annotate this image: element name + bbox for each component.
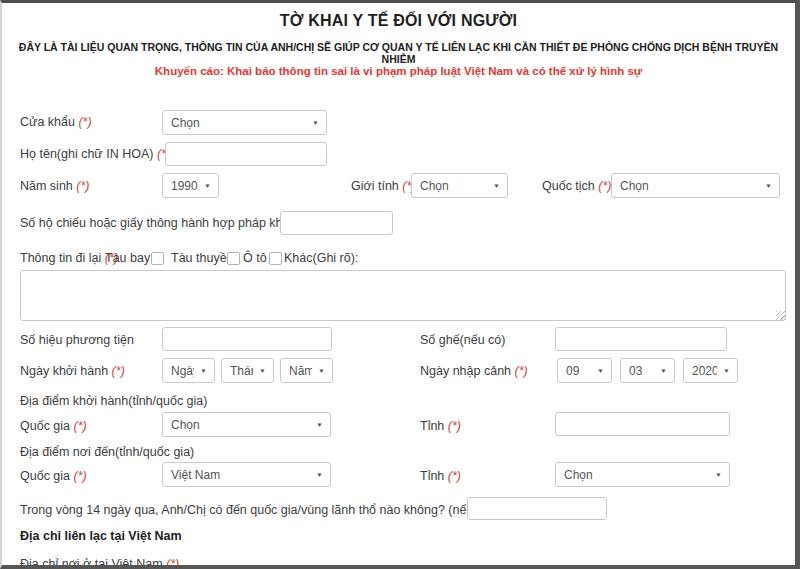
departure-day-select[interactable]: Ngày ▼ bbox=[162, 358, 215, 383]
entry-date-label-text: Ngày nhập cảnh bbox=[420, 364, 511, 378]
destination-place-section-label: Địa điểm nơi đến(tỉnh/quốc gia) bbox=[20, 444, 194, 460]
entry-month-select[interactable]: 03 ▼ bbox=[620, 358, 675, 383]
select-value: Ngày bbox=[171, 364, 194, 378]
destination-country-label-text: Quốc gia bbox=[20, 469, 70, 483]
select-value: Chọn bbox=[420, 179, 449, 193]
destination-province-select[interactable]: Chọn ▼ bbox=[555, 462, 730, 487]
chevron-down-icon: ▼ bbox=[759, 183, 772, 189]
travel-option-tau-thuyen-label: Tàu thuyền bbox=[171, 250, 234, 266]
chevron-down-icon: ▼ bbox=[717, 368, 730, 374]
destination-province-label-text: Tỉnh bbox=[420, 469, 444, 483]
gender-label: Giới tính (*) bbox=[351, 178, 415, 194]
chevron-down-icon: ▼ bbox=[253, 368, 266, 374]
required-mark: (*) bbox=[78, 115, 91, 129]
departure-province-input[interactable] bbox=[555, 412, 730, 436]
chevron-down-icon: ▼ bbox=[310, 472, 323, 478]
required-mark: (*) bbox=[112, 364, 125, 378]
departure-country-label-text: Quốc gia bbox=[20, 419, 70, 433]
destination-province-label: Tỉnh (*) bbox=[420, 468, 461, 484]
form-warning: Khuyến cáo: Khai báo thông tin sai là vi… bbox=[2, 65, 795, 77]
travel-other-textarea[interactable] bbox=[20, 270, 786, 321]
passport-label: Số hộ chiếu hoặc giấy thông hành hợp phá… bbox=[20, 215, 312, 231]
vehicle-number-input[interactable] bbox=[162, 327, 332, 351]
departure-country-select[interactable]: Chọn ▼ bbox=[162, 412, 331, 437]
travel-checkbox-tau-bay[interactable] bbox=[151, 252, 164, 265]
chevron-down-icon: ▼ bbox=[654, 368, 667, 374]
select-value: Chọn bbox=[171, 116, 200, 130]
select-value: Chọn bbox=[564, 468, 593, 482]
resize-grip-icon[interactable] bbox=[776, 311, 785, 320]
gender-select[interactable]: Chọn ▼ bbox=[411, 173, 508, 198]
chevron-down-icon: ▼ bbox=[487, 183, 500, 189]
destination-country-label: Quốc gia (*) bbox=[20, 468, 87, 484]
contact-section-title: Địa chỉ liên lạc tại Việt Nam bbox=[20, 528, 182, 544]
form-subtitle: ĐÂY LÀ TÀI LIỆU QUAN TRỌNG, THÔNG TIN CỦ… bbox=[2, 41, 795, 65]
full-name-label: Họ tên(ghi chữ IN HOA) (*) bbox=[20, 146, 170, 162]
chevron-down-icon: ▼ bbox=[198, 183, 211, 189]
select-value: Việt Nam bbox=[171, 468, 220, 482]
nationality-select[interactable]: Chọn ▼ bbox=[611, 173, 780, 198]
full-name-input[interactable] bbox=[165, 142, 327, 166]
travel-checkbox-tau-thuyen[interactable] bbox=[227, 252, 240, 265]
required-mark: (*) bbox=[74, 419, 87, 433]
travel-checkbox-o-to[interactable] bbox=[269, 252, 282, 265]
required-mark: (*) bbox=[598, 179, 611, 193]
birth-year-label-text: Năm sinh bbox=[20, 179, 73, 193]
gender-label-text: Giới tính bbox=[351, 179, 399, 193]
border-gate-label: Cửa khẩu (*) bbox=[20, 114, 92, 130]
chevron-down-icon: ▼ bbox=[312, 368, 325, 374]
birth-year-select[interactable]: 1990 ▼ bbox=[162, 173, 219, 198]
required-mark: (*) bbox=[166, 557, 179, 569]
departure-date-label: Ngày khởi hành (*) bbox=[20, 363, 125, 379]
select-value: Năm bbox=[289, 364, 312, 378]
travel-other-label: Khác(Ghi rõ): bbox=[284, 250, 358, 266]
select-value: Chọn bbox=[171, 418, 200, 432]
chevron-down-icon: ▼ bbox=[591, 368, 604, 374]
form-title: TỜ KHAI Y TẾ ĐỐI VỚI NGƯỜI bbox=[2, 12, 795, 30]
required-mark: (*) bbox=[448, 469, 461, 483]
residence-address-label: Địa chỉ nơi ở tại Việt Nam (*) bbox=[20, 556, 179, 569]
nationality-label: Quốc tịch (*) bbox=[542, 178, 612, 194]
departure-country-label: Quốc gia (*) bbox=[20, 418, 87, 434]
departure-year-select[interactable]: Năm ▼ bbox=[280, 358, 333, 383]
birth-year-label: Năm sinh (*) bbox=[20, 178, 89, 194]
residence-address-label-text: Địa chỉ nơi ở tại Việt Nam bbox=[20, 557, 163, 569]
departure-date-label-text: Ngày khởi hành bbox=[20, 364, 108, 378]
entry-date-label: Ngày nhập cảnh (*) bbox=[420, 363, 528, 379]
passport-input[interactable] bbox=[280, 211, 393, 235]
seat-number-label: Số ghế(nếu có) bbox=[420, 332, 505, 348]
entry-day-select[interactable]: 09 ▼ bbox=[557, 358, 612, 383]
border-gate-label-text: Cửa khẩu bbox=[20, 115, 75, 129]
entry-year-select[interactable]: 2020 ▼ bbox=[683, 358, 738, 383]
chevron-down-icon: ▼ bbox=[310, 422, 323, 428]
chevron-down-icon: ▼ bbox=[709, 472, 722, 478]
departure-month-select[interactable]: Thán ▼ bbox=[221, 358, 274, 383]
required-mark: (*) bbox=[76, 179, 89, 193]
recent-countries-label: Trong vòng 14 ngày qua, Anh/Chị có đến q… bbox=[20, 502, 529, 518]
passport-label-text: Số hộ chiếu hoặc giấy thông hành hợp phá… bbox=[20, 216, 296, 230]
required-mark: (*) bbox=[448, 419, 461, 433]
select-value: 1990 bbox=[171, 179, 198, 193]
departure-place-section-label: Địa điểm khởi hành(tỉnh/quốc gia) bbox=[20, 393, 207, 409]
departure-province-label: Tỉnh (*) bbox=[420, 418, 461, 434]
select-value: 03 bbox=[629, 364, 642, 378]
select-value: 09 bbox=[566, 364, 579, 378]
chevron-down-icon: ▼ bbox=[194, 368, 207, 374]
full-name-label-text: Họ tên(ghi chữ IN HOA) bbox=[20, 147, 153, 161]
border-gate-select[interactable]: Chọn ▼ bbox=[162, 110, 327, 135]
required-mark: (*) bbox=[74, 469, 87, 483]
select-value: 2020 bbox=[692, 364, 717, 378]
travel-info-label: Thông tin đi lại (*) bbox=[20, 250, 118, 266]
nationality-label-text: Quốc tịch bbox=[542, 179, 595, 193]
vehicle-number-label: Số hiệu phương tiện bbox=[20, 332, 134, 348]
destination-country-select[interactable]: Việt Nam ▼ bbox=[162, 462, 331, 487]
travel-option-o-to-label: Ô tô bbox=[243, 250, 267, 266]
recent-countries-input[interactable] bbox=[467, 497, 607, 520]
travel-info-label-text: Thông tin đi lại bbox=[20, 251, 101, 265]
select-value: Thán bbox=[230, 364, 253, 378]
departure-province-label-text: Tỉnh bbox=[420, 419, 444, 433]
health-declaration-form: TỜ KHAI Y TẾ ĐỐI VỚI NGƯỜI ĐÂY LÀ TÀI LI… bbox=[0, 0, 800, 569]
seat-number-input[interactable] bbox=[555, 327, 727, 351]
required-mark: (*) bbox=[515, 364, 528, 378]
travel-option-tau-bay-label: Tàu bay bbox=[105, 250, 150, 266]
